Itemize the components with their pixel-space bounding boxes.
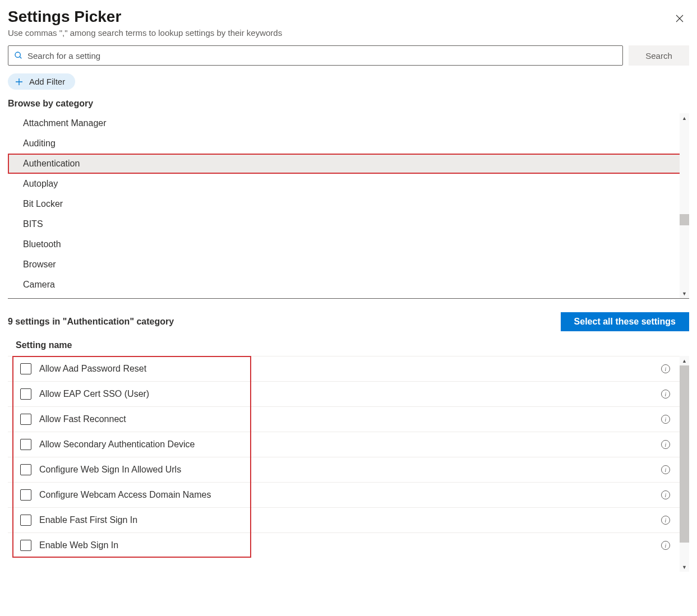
- setting-label: Allow Fast Reconnect: [39, 414, 661, 424]
- add-filter-label: Add Filter: [29, 77, 65, 86]
- setting-checkbox[interactable]: [20, 540, 31, 551]
- setting-checkbox[interactable]: [20, 439, 31, 450]
- setting-checkbox[interactable]: [20, 464, 31, 475]
- setting-checkbox[interactable]: [20, 515, 31, 526]
- search-button[interactable]: Search: [629, 45, 689, 66]
- setting-checkbox[interactable]: [20, 414, 31, 425]
- close-icon: [675, 13, 685, 24]
- add-filter-button[interactable]: Add Filter: [8, 73, 75, 90]
- category-item[interactable]: Auditing: [8, 133, 689, 154]
- scroll-up-arrow-icon[interactable]: ▲: [680, 113, 689, 123]
- setting-checkbox[interactable]: [20, 363, 31, 374]
- info-icon[interactable]: i: [661, 415, 670, 424]
- svg-point-0: [15, 52, 20, 57]
- setting-label: Configure Webcam Access Domain Names: [39, 490, 661, 500]
- scroll-thumb[interactable]: [680, 365, 689, 543]
- setting-label: Configure Web Sign In Allowed Urls: [39, 465, 661, 475]
- info-icon[interactable]: i: [661, 465, 670, 474]
- category-scrollbar[interactable]: ▲ ▼: [680, 113, 689, 298]
- browse-category-heading: Browse by category: [8, 99, 689, 109]
- search-input[interactable]: [23, 51, 617, 61]
- setting-row[interactable]: Allow Aad Password Reseti: [8, 356, 689, 381]
- info-icon[interactable]: i: [661, 516, 670, 525]
- page-subtitle: Use commas "," among search terms to loo…: [8, 28, 282, 38]
- category-item[interactable]: Autoplay: [8, 174, 689, 194]
- setting-row[interactable]: Allow Fast Reconnecti: [8, 406, 689, 432]
- category-item[interactable]: Bit Locker: [8, 194, 689, 214]
- settings-list: Allow Aad Password ResetiAllow EAP Cert …: [8, 356, 689, 572]
- info-icon[interactable]: i: [661, 364, 670, 373]
- category-item[interactable]: BITS: [8, 214, 689, 234]
- setting-checkbox[interactable]: [20, 388, 31, 400]
- select-all-button[interactable]: Select all these settings: [561, 312, 689, 331]
- scroll-track[interactable]: [680, 365, 689, 562]
- category-list: Attachment ManagerAuditingAuthentication…: [8, 113, 689, 298]
- setting-label: Allow Secondary Authentication Device: [39, 439, 661, 450]
- setting-row[interactable]: Enable Fast First Sign Ini: [8, 507, 689, 532]
- category-item[interactable]: Browser: [8, 254, 689, 275]
- search-field-wrapper[interactable]: [8, 45, 623, 66]
- setting-row[interactable]: Allow EAP Cert SSO (User)i: [8, 381, 689, 406]
- category-item[interactable]: Attachment Manager: [8, 113, 689, 133]
- setting-checkbox[interactable]: [20, 489, 31, 501]
- scroll-up-arrow-icon[interactable]: ▲: [680, 356, 689, 365]
- info-icon[interactable]: i: [661, 390, 670, 399]
- setting-row[interactable]: Configure Web Sign In Allowed Urlsi: [8, 457, 689, 482]
- scroll-track[interactable]: [680, 123, 689, 289]
- category-item[interactable]: Bluetooth: [8, 234, 689, 254]
- scroll-down-arrow-icon[interactable]: ▼: [680, 289, 689, 298]
- info-icon[interactable]: i: [661, 541, 670, 550]
- category-item[interactable]: Camera: [8, 275, 689, 295]
- setting-label: Enable Web Sign In: [39, 540, 661, 550]
- search-icon: [14, 51, 23, 60]
- info-icon[interactable]: i: [661, 440, 670, 449]
- plus-icon: [15, 77, 24, 86]
- close-button[interactable]: [672, 11, 687, 28]
- setting-label: Allow EAP Cert SSO (User): [39, 389, 661, 399]
- category-item[interactable]: Authentication: [8, 154, 689, 174]
- setting-row[interactable]: Enable Web Sign Ini: [8, 532, 689, 558]
- info-icon[interactable]: i: [661, 490, 670, 499]
- results-count: 9 settings in "Authentication" category: [8, 317, 174, 327]
- setting-row[interactable]: Configure Webcam Access Domain Namesi: [8, 482, 689, 507]
- scroll-down-arrow-icon[interactable]: ▼: [680, 562, 689, 572]
- scroll-thumb[interactable]: [680, 214, 689, 225]
- setting-label: Allow Aad Password Reset: [39, 364, 661, 374]
- setting-label: Enable Fast First Sign In: [39, 515, 661, 525]
- setting-row[interactable]: Allow Secondary Authentication Devicei: [8, 432, 689, 457]
- page-title: Settings Picker: [8, 8, 282, 26]
- setting-name-column-header: Setting name: [8, 335, 689, 356]
- settings-scrollbar[interactable]: ▲ ▼: [680, 356, 689, 572]
